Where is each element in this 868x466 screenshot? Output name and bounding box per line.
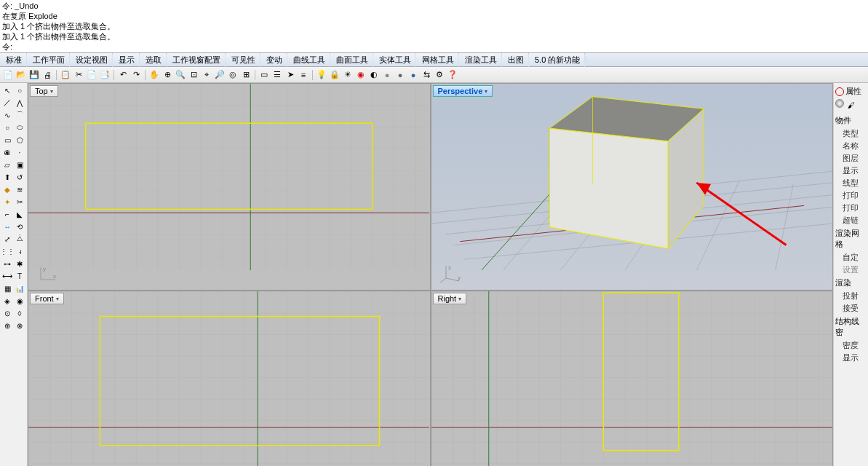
mesh-icon[interactable]: ◈: [1, 295, 13, 307]
prop-row[interactable]: 投射: [835, 290, 867, 302]
lock-icon[interactable]: 🔒: [329, 69, 341, 81]
chamfer-icon[interactable]: ◣: [14, 208, 25, 220]
named-icon[interactable]: ☰: [271, 69, 283, 81]
revolve-icon[interactable]: ↺: [14, 171, 25, 183]
menu-tab[interactable]: 选取: [140, 53, 167, 66]
hatch-icon[interactable]: ▦: [1, 283, 13, 294]
ellipse-icon[interactable]: ⬭: [14, 122, 25, 133]
misc1-icon[interactable]: ⊙: [1, 307, 13, 319]
prop-row[interactable]: 打印: [835, 202, 867, 214]
menu-tab[interactable]: 渲染工具: [459, 53, 502, 66]
prop-row[interactable]: 显示: [835, 352, 867, 364]
align-icon[interactable]: ⫞: [14, 245, 25, 257]
menu-tab[interactable]: 变动: [260, 53, 287, 66]
curve-icon[interactable]: ∿: [1, 109, 13, 121]
spiral-icon[interactable]: ֍: [1, 146, 13, 158]
copy-icon[interactable]: 📋: [60, 69, 71, 81]
misc3-icon[interactable]: ⊕: [1, 320, 13, 331]
array-icon[interactable]: ⋮⋮: [1, 245, 13, 257]
sphere2-icon[interactable]: ●: [394, 69, 406, 81]
pan-icon[interactable]: ✋: [148, 69, 160, 81]
viewport-label[interactable]: Perspective▾: [433, 85, 493, 97]
prop-row[interactable]: 超链: [835, 214, 867, 226]
panel-header[interactable]: 属性: [835, 86, 867, 97]
sphere1-icon[interactable]: ●: [381, 69, 393, 81]
rotate-icon[interactable]: ⊕: [162, 69, 173, 81]
menu-tab[interactable]: 曲线工具: [287, 53, 330, 66]
prop-row[interactable]: 显示: [835, 165, 867, 177]
render2-icon[interactable]: ◉: [14, 295, 25, 307]
zoom-icon[interactable]: 🔍: [175, 69, 186, 81]
shade-icon[interactable]: ◐: [368, 69, 380, 81]
viewport-perspective[interactable]: Perspective▾ zy: [431, 84, 833, 290]
zoom-win-icon[interactable]: 🔎: [214, 69, 226, 81]
cut-icon[interactable]: ✂: [73, 69, 84, 81]
prop-row[interactable]: 类型: [835, 127, 867, 140]
misc2-icon[interactable]: ◊: [14, 307, 25, 319]
circle-icon[interactable]: ○: [1, 122, 13, 133]
options-icon[interactable]: ⚙: [434, 69, 445, 81]
menu-tab[interactable]: 5.0 的新功能: [529, 53, 585, 66]
menu-tab[interactable]: 可见性: [226, 53, 260, 66]
loft-icon[interactable]: ◆: [1, 183, 13, 195]
viewport-right[interactable]: Right▾ zy: [431, 291, 833, 466]
menu-tab[interactable]: 曲面工具: [330, 53, 373, 66]
paste2-icon[interactable]: 📑: [99, 69, 111, 81]
sun-icon[interactable]: ☀: [342, 69, 354, 81]
viewport-label[interactable]: Top▾: [30, 85, 58, 97]
menu-tab[interactable]: 实体工具: [373, 53, 416, 66]
solid-icon[interactable]: ▣: [14, 159, 25, 170]
viewport-front[interactable]: Front▾ zx: [28, 291, 430, 466]
prop-row[interactable]: 自定: [835, 251, 867, 264]
explode-icon[interactable]: ✱: [14, 258, 25, 269]
render-icon[interactable]: ◉: [355, 69, 367, 81]
print-icon[interactable]: 🖨: [41, 69, 53, 81]
surf-icon[interactable]: ▱: [1, 159, 13, 170]
prop-row[interactable]: 密度: [835, 339, 867, 352]
lasso-icon[interactable]: ○: [14, 84, 25, 96]
open-icon[interactable]: 📂: [15, 69, 27, 81]
polyline-icon[interactable]: ⋀: [14, 97, 25, 108]
join-icon[interactable]: ⊶: [1, 258, 13, 269]
redo-icon[interactable]: ↷: [130, 69, 142, 81]
sweep-icon[interactable]: ≋: [14, 183, 25, 195]
fillet-icon[interactable]: ⌐: [1, 208, 13, 220]
prop-row[interactable]: 名称: [835, 140, 867, 152]
toggle-icon[interactable]: ⇆: [421, 69, 432, 81]
target-icon[interactable]: ◎: [227, 69, 239, 81]
text-icon[interactable]: T: [14, 270, 25, 282]
menu-tab[interactable]: 标准: [0, 53, 27, 66]
move-icon[interactable]: ↔: [1, 221, 13, 232]
paint-icon[interactable]: 🖌: [845, 99, 857, 111]
prop-row[interactable]: 打印: [835, 189, 867, 202]
cplane-icon[interactable]: ▭: [258, 69, 270, 81]
trim-icon[interactable]: ✂: [14, 196, 25, 208]
mirror-icon[interactable]: ⧊: [14, 233, 25, 245]
boolean-icon[interactable]: ✦: [1, 196, 13, 208]
pointer-icon[interactable]: ↖: [1, 84, 13, 96]
prop-row[interactable]: 设置: [835, 264, 867, 276]
menu-tab[interactable]: 显示: [113, 53, 140, 66]
sphere3-icon[interactable]: ●: [407, 69, 419, 81]
cmd-prompt[interactable]: 令:: [2, 42, 866, 52]
tab-icon[interactable]: [835, 99, 844, 108]
point-icon[interactable]: ·: [14, 146, 25, 158]
analyze-icon[interactable]: 📊: [14, 283, 25, 294]
help-icon[interactable]: ❓: [447, 69, 458, 81]
viewport-label[interactable]: Front▾: [30, 293, 64, 304]
menu-tab[interactable]: 设定视图: [70, 53, 113, 66]
extrude-icon[interactable]: ⬆: [1, 171, 13, 183]
light-icon[interactable]: 💡: [316, 69, 327, 81]
scale-icon[interactable]: ⤢: [1, 233, 13, 245]
view4-icon[interactable]: ⊞: [240, 69, 252, 81]
arc-icon[interactable]: ⌒: [14, 109, 25, 121]
layers-icon[interactable]: ≡: [298, 69, 309, 81]
menu-tab[interactable]: 工作平面: [27, 53, 70, 66]
viewport-label[interactable]: Right▾: [433, 293, 467, 304]
prop-row[interactable]: 图层: [835, 152, 867, 165]
viewport-top[interactable]: Top▾ yx: [28, 84, 430, 290]
prop-row[interactable]: 接受: [835, 302, 867, 315]
zoom-ext-icon[interactable]: ⊡: [188, 69, 199, 81]
paste-icon[interactable]: 📄: [86, 69, 97, 81]
line-icon[interactable]: ／: [1, 97, 13, 108]
